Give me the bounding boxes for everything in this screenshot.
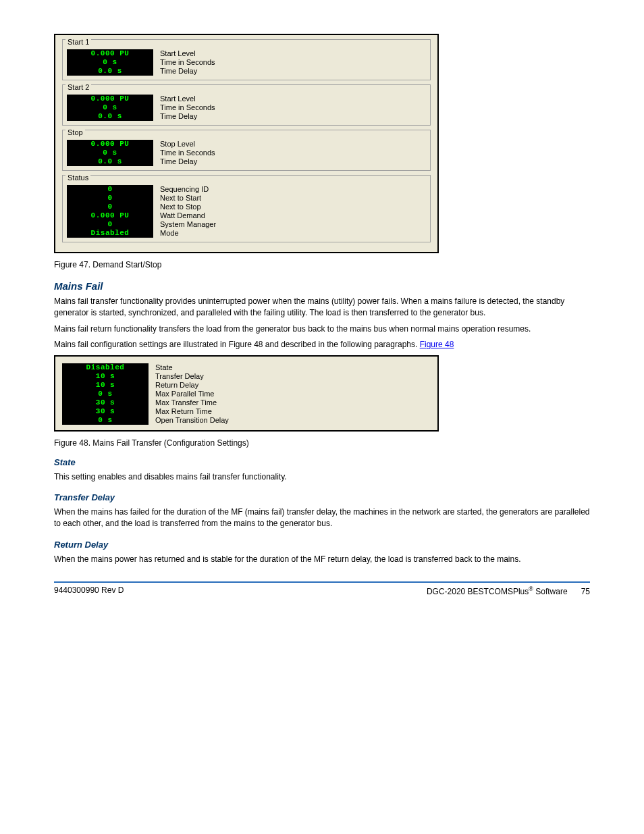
readout-row: DisabledMode [67, 229, 426, 238]
readout-label: Time Delay [153, 157, 197, 166]
readout-label: System Manager [153, 220, 216, 229]
readout-row: 30 sMax Return Time [62, 407, 431, 416]
readout-value: 30 s [62, 407, 149, 416]
readout-row: 0Sequencing ID [67, 185, 426, 194]
footer-left: 9440300990 Rev D [54, 585, 124, 596]
readout-label: Open Transition Delay [149, 416, 229, 425]
readout-row: 0 sTime in Seconds [67, 58, 426, 67]
readout-value: 0.0 s [67, 157, 153, 166]
mains-fail-body-1: Mains fail transfer functionality provid… [54, 296, 590, 319]
figure-48-link[interactable]: Figure 48 [420, 340, 454, 349]
transfer-delay-heading: Transfer Delay [54, 492, 590, 502]
readout-value: 30 s [62, 398, 149, 407]
return-delay-body: When the mains power has returned and is… [54, 554, 590, 565]
mains-fail-body-2: Mains fail return functionality transfer… [54, 323, 590, 335]
readout-label: Sequencing ID [153, 185, 209, 194]
readout-label: Start Level [153, 95, 196, 103]
figure-48-caption: Figure 48. Mains Fail Transfer (Configur… [54, 438, 590, 448]
groupbox-start-1: Start 10.000 PUStart Level0 sTime in Sec… [62, 39, 431, 80]
readout-label: Return Delay [149, 381, 198, 390]
state-body: This setting enables and disables mains … [54, 471, 590, 483]
demand-start-stop-panel: Start 10.000 PUStart Level0 sTime in Sec… [54, 34, 439, 253]
readout-row: 0Next to Start [67, 194, 426, 203]
readout-value: 0.000 PU [67, 49, 153, 58]
mains-fail-config-panel: DisabledState10 sTransfer Delay10 sRetur… [54, 355, 439, 432]
readout-label: Mode [153, 229, 179, 238]
readout-value: 0 s [67, 103, 153, 112]
readout-value: 0 [67, 203, 153, 211]
readout-value: 10 s [62, 372, 149, 381]
readout-value: 0.000 PU [67, 95, 153, 103]
readout-value: 0 s [62, 390, 149, 398]
groupbox-status: Status0Sequencing ID0Next to Start0Next … [62, 175, 431, 242]
page-footer: 9440300990 Rev D DGC-2020 BESTCOMSPlus® … [54, 583, 590, 596]
readout-value: 0 s [67, 149, 153, 157]
figure-47-caption: Figure 47. Demand Start/Stop [54, 260, 590, 269]
readout-row: 0 sTime in Seconds [67, 103, 426, 112]
groupbox-title: Start 1 [65, 38, 91, 46]
transfer-delay-body: When the mains has failed for the durati… [54, 506, 590, 530]
readout-row: 0.000 PUStop Level [67, 140, 426, 149]
readout-value: 0.000 PU [67, 211, 153, 220]
readout-label: Max Return Time [149, 407, 212, 416]
groupbox-title: Status [65, 174, 90, 182]
readout-label: Transfer Delay [149, 372, 204, 381]
readout-row: 0.000 PUStart Level [67, 95, 426, 103]
return-delay-heading: Return Delay [54, 540, 590, 550]
readout-label: Next to Stop [153, 203, 201, 211]
groupbox-stop: Stop0.000 PUStop Level0 sTime in Seconds… [62, 130, 431, 171]
readout-label: Time in Seconds [153, 58, 215, 67]
readout-value: 0 s [62, 416, 149, 425]
readout-row: 0.0 sTime Delay [67, 157, 426, 166]
readout-label: Stop Level [153, 140, 195, 149]
readout-label: Watt Demand [153, 211, 205, 220]
readout-row: 10 sTransfer Delay [62, 372, 431, 381]
readout-row: 0System Manager [67, 220, 426, 229]
readout-value: 0.0 s [67, 67, 153, 76]
readout-label: Time in Seconds [153, 103, 215, 112]
readout-value: Disabled [67, 229, 153, 238]
groupbox-title: Stop [65, 128, 85, 136]
mains-fail-heading: Mains Fail [54, 280, 590, 292]
readout-value: 0.000 PU [67, 140, 153, 149]
page-number: 75 [581, 587, 590, 596]
readout-row: 0Next to Stop [67, 203, 426, 211]
readout-row: 0 sMax Parallel Time [62, 390, 431, 398]
state-heading: State [54, 457, 590, 467]
readout-label: Time Delay [153, 112, 197, 121]
readout-label: Next to Start [153, 194, 201, 203]
readout-label: State [149, 363, 173, 372]
readout-value: 0 [67, 220, 153, 229]
readout-label: Start Level [153, 49, 196, 58]
readout-row: 0.000 PUStart Level [67, 49, 426, 58]
groupbox-title: Start 2 [65, 83, 91, 91]
readout-row: 30 sMax Transfer Time [62, 398, 431, 407]
readout-label: Max Parallel Time [149, 390, 214, 398]
readout-row: 0.000 PUWatt Demand [67, 211, 426, 220]
readout-label: Time in Seconds [153, 149, 215, 157]
readout-value: 0 s [67, 58, 153, 67]
readout-row: 0.0 sTime Delay [67, 112, 426, 121]
readout-row: 0 sTime in Seconds [67, 149, 426, 157]
footer-right: DGC-2020 BESTCOMSPlus® Software 75 [427, 585, 590, 596]
readout-row: 0 sOpen Transition Delay [62, 416, 431, 425]
readout-value: 0 [67, 194, 153, 203]
readout-label: Time Delay [153, 67, 197, 76]
readout-row: 0.0 sTime Delay [67, 67, 426, 76]
groupbox-start-2: Start 20.000 PUStart Level0 sTime in Sec… [62, 84, 431, 126]
readout-value: Disabled [62, 363, 149, 372]
mains-fail-body-3: Mains fail configuration settings are il… [54, 339, 590, 350]
readout-label: Max Transfer Time [149, 398, 217, 407]
readout-value: 10 s [62, 381, 149, 390]
readout-value: 0.0 s [67, 112, 153, 121]
readout-row: DisabledState [62, 363, 431, 372]
readout-row: 10 sReturn Delay [62, 381, 431, 390]
readout-value: 0 [67, 185, 153, 194]
